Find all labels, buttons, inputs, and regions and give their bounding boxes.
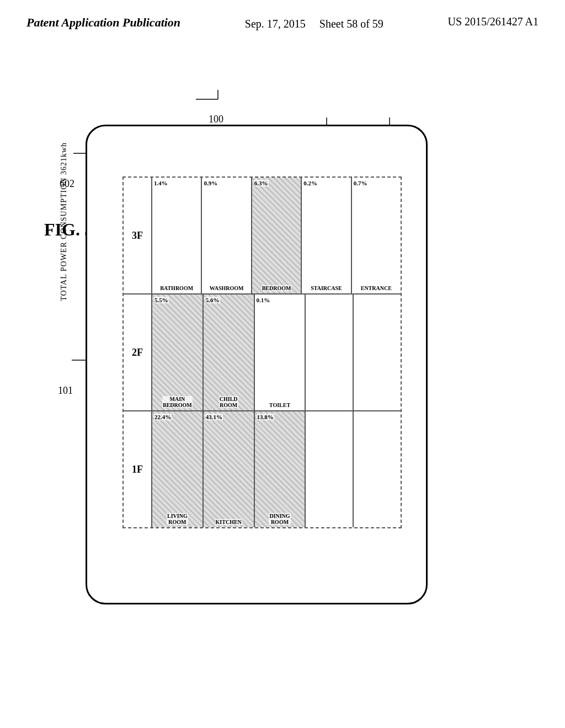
room-2f-toilet-name: TOILET <box>269 402 290 408</box>
room-3f-staircase: 0.2% STAIRCASE <box>302 178 351 293</box>
room-2f-empty1 <box>306 295 354 410</box>
room-3f-entrance-name: ENTRANCE <box>361 285 392 291</box>
room-3f-washroom-pct: 0.9% <box>204 180 217 186</box>
room-3f-staircase-name: STAIRCASE <box>311 285 342 291</box>
room-1f-living-room-pct: 22.4% <box>154 414 172 420</box>
page-header: Patent Application Publication Sep. 17, … <box>0 0 565 32</box>
room-3f-bathroom-name: BATHROOM <box>160 285 193 291</box>
room-3f-bedroom-name: BEDROOM <box>262 285 292 291</box>
room-3f-entrance-pct: 0.7% <box>354 180 367 186</box>
room-3f-bedroom: 6.3% BEDROOM <box>252 178 302 293</box>
main-content: FIG. 58 100 500 600 602 101 502 TOTAL PO… <box>0 32 565 710</box>
room-1f-living-room-name: LIVINGROOM <box>167 513 188 525</box>
sheet-info: Sheet 58 of 59 <box>319 18 383 30</box>
room-1f-kitchen-pct: 43.1% <box>205 414 223 420</box>
header-center: Sep. 17, 2015 Sheet 58 of 59 <box>245 15 383 32</box>
patent-number: US 2015/261427 A1 <box>448 15 539 28</box>
room-1f-dining-room-name: DININGROOM <box>269 513 290 525</box>
room-1f-kitchen-name: KITCHEN <box>215 519 242 525</box>
room-1f-empty2 <box>354 411 401 527</box>
floor-1f-label: 1F <box>124 411 152 527</box>
room-1f-dining-room-pct: 13.8% <box>257 414 274 420</box>
floor-2f-label: 2F <box>124 295 152 410</box>
room-3f-bedroom-pct: 6.3% <box>254 180 269 186</box>
room-2f-child-room-name: CHILDROOM <box>219 396 238 408</box>
room-2f-toilet: 0.1% TOILET <box>255 295 306 410</box>
room-2f-main-bedroom-name: MAINBEDROOM <box>162 396 193 408</box>
room-2f-child-room: 5.6% CHILDROOM <box>204 295 255 410</box>
publication-date: Sep. 17, 2015 <box>245 18 306 30</box>
room-3f-staircase-pct: 0.2% <box>303 180 317 186</box>
room-3f-washroom-name: WASHROOM <box>210 285 244 291</box>
power-consumption-label: TOTAL POWER CONSUMPTION 3621kwh <box>60 142 68 301</box>
room-1f-living-room: 22.4% LIVINGROOM <box>152 411 204 527</box>
ref-101: 101 <box>58 385 73 397</box>
room-3f-washroom: 0.9% WASHROOM <box>202 178 252 293</box>
room-2f-main-bedroom-pct: 5.5% <box>154 297 169 303</box>
floor-table: 3F 1.4% BATHROOM 0.9% WASHROOM 6.3% BEDR… <box>122 176 402 528</box>
room-2f-toilet-pct: 0.1% <box>257 297 270 303</box>
room-3f-entrance: 0.7% ENTRANCE <box>352 178 401 293</box>
room-1f-empty1 <box>306 411 354 527</box>
room-2f-child-room-pct: 5.6% <box>205 297 220 303</box>
room-1f-kitchen: 43.1% KITCHEN <box>204 411 255 527</box>
room-3f-bathroom-pct: 1.4% <box>154 180 168 186</box>
ref-100: 100 <box>209 114 223 125</box>
room-2f-empty2 <box>354 295 401 410</box>
publication-label: Patent Application Publication <box>26 15 180 30</box>
room-2f-main-bedroom: 5.5% MAINBEDROOM <box>152 295 204 410</box>
floor-3f-label: 3F <box>124 178 152 293</box>
room-1f-dining-room: 13.8% DININGROOM <box>255 411 306 527</box>
room-3f-bathroom: 1.4% BATHROOM <box>152 178 202 293</box>
